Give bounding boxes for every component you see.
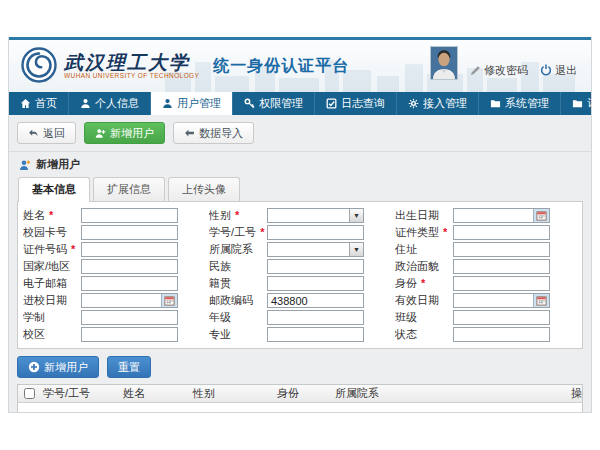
field-input-address[interactable]	[453, 242, 550, 257]
content-area: 返回 新增用户 数据导入 新增用户 基本信息 扩展信息 上传头像	[9, 115, 591, 412]
field-label-identity: 身份 *	[395, 276, 453, 291]
nav-item-permissions[interactable]: 权限管理	[233, 92, 315, 115]
nav-item-label: 日志查询	[341, 96, 385, 111]
nav-item-label: 订阅管理	[587, 96, 600, 111]
nav-item-label: 个人信息	[95, 96, 139, 111]
field-control-postal-code	[267, 293, 364, 308]
column-header-gender: 性别	[190, 386, 274, 401]
column-header-student-id: 学号/工号	[40, 386, 120, 401]
tab-upload-avatar[interactable]: 上传头像	[168, 177, 240, 201]
field-input-id-number[interactable]	[81, 242, 178, 257]
required-asterisk: *	[443, 226, 447, 238]
header: 武汉理工大学 WUHAN UNIVERSITY OF TECHNOLOGY 统一…	[9, 40, 591, 92]
form-field-campus: 校区	[23, 327, 205, 342]
change-password-link[interactable]: 修改密码	[470, 63, 528, 80]
tab-extended-info[interactable]: 扩展信息	[93, 177, 165, 201]
form-field-study-length: 学制	[23, 310, 205, 325]
field-label-campus: 校区	[23, 327, 81, 342]
header-user-area: 修改密码 退出	[430, 46, 591, 87]
reset-button[interactable]: 重置	[107, 356, 151, 378]
logout-link[interactable]: 退出	[540, 63, 577, 80]
form-panel: 姓名 *性别 *▼出生日期 校园卡号 学号/工号 *证件类型 *证件号码 *所属…	[17, 201, 583, 349]
required-asterisk: *	[49, 209, 53, 221]
field-label-political-status: 政治面貌	[395, 259, 453, 274]
field-label-address: 住址	[395, 242, 453, 257]
dropdown-arrow-icon[interactable]: ▼	[349, 209, 363, 222]
field-input-name[interactable]	[81, 208, 178, 223]
back-button[interactable]: 返回	[17, 122, 76, 144]
university-name-cn: 武汉理工大学	[64, 53, 199, 72]
required-asterisk: *	[71, 243, 75, 255]
field-control-student-id	[267, 225, 364, 240]
field-input-identity[interactable]	[453, 276, 550, 291]
form-field-birth-date: 出生日期	[395, 208, 577, 223]
calendar-button-birth-date[interactable]	[533, 209, 549, 222]
users-table-header: 学号/工号 姓名 性别 身份 所属院系 操作	[18, 385, 582, 403]
field-label-birth-date: 出生日期	[395, 208, 453, 223]
field-input-id-type[interactable]	[453, 225, 550, 240]
nav-item-profile[interactable]: 个人信息	[69, 92, 151, 115]
user-icon	[80, 98, 91, 109]
field-control-political-status	[453, 259, 550, 274]
field-input-study-length[interactable]	[81, 310, 178, 325]
field-input-political-status[interactable]	[453, 259, 550, 274]
field-control-address	[453, 242, 550, 257]
nav-item-access[interactable]: 接入管理	[397, 92, 479, 115]
field-label-campus-card-no: 校园卡号	[23, 225, 81, 240]
field-input-country-region[interactable]	[81, 259, 178, 274]
field-input-status[interactable]	[453, 327, 550, 342]
nav-item-system[interactable]: 系统管理	[479, 92, 561, 115]
dropdown-arrow-icon[interactable]: ▼	[349, 243, 363, 256]
back-button-label: 返回	[43, 126, 65, 141]
nav-item-label: 系统管理	[505, 96, 549, 111]
form-grid: 姓名 *性别 *▼出生日期 校园卡号 学号/工号 *证件类型 *证件号码 *所属…	[23, 208, 577, 342]
main-nav: 首页 个人信息 用户管理 权限管理 日志查询 接入管理	[9, 92, 591, 115]
add-user-toolbar-button[interactable]: 新增用户	[84, 122, 165, 144]
field-input-class[interactable]	[453, 310, 550, 325]
tab-basic-info[interactable]: 基本信息	[18, 177, 90, 201]
select-all-checkbox[interactable]	[24, 388, 35, 399]
form-field-department: 所属院系 ▼	[209, 242, 391, 257]
field-input-native-place[interactable]	[267, 276, 364, 291]
key-icon	[244, 98, 255, 109]
field-label-valid-date: 有效日期	[395, 293, 453, 308]
form-field-campus-card-no: 校园卡号	[23, 225, 205, 240]
field-input-ethnicity[interactable]	[267, 259, 364, 274]
add-user-toolbar-label: 新增用户	[110, 126, 154, 141]
field-control-valid-date	[453, 293, 550, 308]
field-control-id-number	[81, 242, 178, 257]
form-field-student-id: 学号/工号 *	[209, 225, 391, 240]
nav-item-user-management[interactable]: 用户管理	[151, 92, 233, 115]
field-label-ethnicity: 民族	[209, 259, 267, 274]
calendar-button-enroll-date[interactable]	[161, 294, 177, 307]
field-input-campus[interactable]	[81, 327, 178, 342]
nav-item-subscription[interactable]: 订阅管理	[561, 92, 600, 115]
field-control-major	[267, 327, 364, 342]
submit-add-user-button[interactable]: 新增用户	[17, 356, 99, 378]
form-field-political-status: 政治面貌	[395, 259, 577, 274]
form-field-ethnicity: 民族	[209, 259, 391, 274]
field-label-class: 班级	[395, 310, 453, 325]
university-name: 武汉理工大学 WUHAN UNIVERSITY OF TECHNOLOGY	[64, 53, 199, 80]
field-control-study-length	[81, 310, 178, 325]
field-input-major[interactable]	[267, 327, 364, 342]
import-arrow-icon	[184, 128, 195, 139]
field-label-grade: 年级	[209, 310, 267, 325]
field-input-grade[interactable]	[267, 310, 364, 325]
nav-item-home[interactable]: 首页	[9, 92, 69, 115]
form-actions: 新增用户 重置	[17, 349, 583, 384]
field-label-postal-code: 邮政编码	[209, 293, 267, 308]
column-header-name: 姓名	[120, 386, 190, 401]
field-control-department: ▼	[267, 242, 364, 257]
field-input-email[interactable]	[81, 276, 178, 291]
data-import-button[interactable]: 数据导入	[173, 122, 254, 144]
field-input-campus-card-no[interactable]	[81, 225, 178, 240]
calendar-icon	[536, 210, 547, 221]
gear-icon	[408, 98, 419, 109]
field-input-postal-code[interactable]	[267, 293, 364, 308]
reset-button-label: 重置	[118, 360, 140, 375]
field-label-name: 姓名 *	[23, 208, 81, 223]
nav-item-logs[interactable]: 日志查询	[315, 92, 397, 115]
calendar-button-valid-date[interactable]	[533, 294, 549, 307]
field-input-student-id[interactable]	[267, 225, 364, 240]
